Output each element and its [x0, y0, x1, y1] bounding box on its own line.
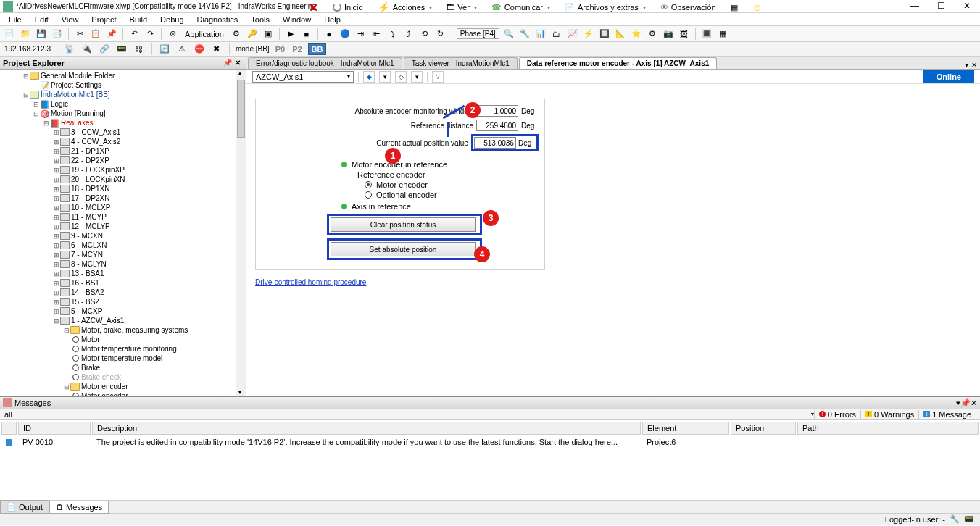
col-icon[interactable]	[1, 422, 17, 435]
tb-login-icon[interactable]: 🔑	[246, 28, 259, 41]
tb-step5-icon[interactable]: ⟲	[418, 28, 431, 41]
tree-axis-item[interactable]: 3 - CCW_Axis1	[71, 128, 120, 136]
phase-bb[interactable]: BB	[308, 43, 327, 55]
tree-axis-item[interactable]: 13 - BSA1	[71, 270, 104, 277]
tree-axis-item[interactable]: 19 - LOCKpinXP	[71, 166, 125, 174]
tb-undo-icon[interactable]: ↶	[128, 28, 141, 41]
tab-close-icon[interactable]: ✕	[971, 61, 977, 69]
minimize-button[interactable]: —	[902, 0, 928, 12]
tb-build-icon[interactable]: ⚙	[230, 28, 243, 41]
tab-output[interactable]: 📄Output	[0, 500, 49, 514]
phase-indicator[interactable]: Phase [P4]	[457, 28, 499, 39]
tb-g6-icon[interactable]: ⚡	[582, 28, 595, 41]
tab-error-log[interactable]: Error/diagnostic logbook - IndraMotionMl…	[248, 57, 402, 69]
tab-dropdown-icon[interactable]: ▾	[965, 61, 968, 69]
ip-err-icon[interactable]: ⛔	[193, 43, 206, 56]
tb-cut-icon[interactable]: ✂	[73, 28, 86, 41]
tree-axis-item[interactable]: 17 - DP2XN	[71, 194, 109, 202]
tree-axis-item[interactable]: 16 - BS1	[71, 279, 99, 287]
comunicar-button[interactable]: ☎Comunicar▾	[487, 1, 555, 14]
tb-g3-icon[interactable]: 📊	[534, 28, 547, 41]
tb-stop-icon[interactable]: ■	[300, 28, 313, 41]
close-button[interactable]: ✕	[954, 0, 980, 12]
filter-all[interactable]: all	[4, 410, 12, 419]
tb-g11-icon[interactable]: 📷	[662, 28, 675, 41]
tab-data-reference[interactable]: Data reference motor encoder - Axis [1] …	[519, 57, 718, 69]
tb-step6-icon[interactable]: ↻	[434, 28, 447, 41]
col-element[interactable]: Element	[642, 422, 729, 435]
tb-g14-icon[interactable]: ▦	[716, 28, 729, 41]
tb-dl-icon[interactable]: ▣	[262, 28, 275, 41]
tb-target-icon[interactable]: ⊚	[166, 28, 179, 41]
menu-build[interactable]: Build	[124, 14, 153, 25]
tab-messages[interactable]: 🗒Messages	[49, 501, 109, 514]
status-icon-1[interactable]: 🔧	[950, 514, 960, 524]
menu-diagnostics[interactable]: Diagnostics	[191, 14, 244, 25]
close-overlay-button[interactable]: ✕	[304, 0, 323, 16]
menu-tools[interactable]: Tools	[245, 14, 275, 25]
set-absolute-button[interactable]: Set absolute position	[331, 242, 476, 256]
tb-g10-icon[interactable]: ⚙	[646, 28, 659, 41]
message-row[interactable]: i PV-0010 The project is edited in compa…	[1, 436, 979, 448]
tree-axis-item[interactable]: 14 - BSA2	[71, 288, 104, 296]
project-tree[interactable]: ⊟General Module Folder 📝Project Settings…	[0, 70, 236, 396]
tb-g13-icon[interactable]: 🔳	[700, 28, 713, 41]
tree-axis-item[interactable]: 6 - MCLXN	[71, 241, 107, 249]
tb-step4-icon[interactable]: ⤴	[402, 28, 415, 41]
tree-axis-item[interactable]: 20 - LOCKpinXN	[71, 175, 125, 183]
tb-step3-icon[interactable]: ⤵	[386, 28, 399, 41]
inicio-button[interactable]: Inicio	[328, 1, 368, 13]
phase-p2[interactable]: P2	[291, 45, 303, 54]
nav-back-button[interactable]: ◆	[363, 71, 375, 83]
current-pos-input[interactable]	[474, 137, 516, 149]
tree-axis-item[interactable]: 22 - DP2XP	[71, 156, 109, 164]
messages-close-icon[interactable]: ✕	[971, 398, 977, 408]
tb-g9-icon[interactable]: ⭐	[630, 28, 643, 41]
tb-save-icon[interactable]: 💾	[35, 28, 48, 41]
smile-button[interactable]: ☺	[748, 0, 767, 14]
phase-p0[interactable]: P0	[274, 45, 286, 54]
tb-saveaall-icon[interactable]: 📑	[51, 28, 64, 41]
acciones-button[interactable]: ⚡Acciones▾	[373, 0, 437, 14]
tree-axis-item[interactable]: 10 - MCLXP	[71, 204, 110, 212]
radio-optional-encoder[interactable]	[365, 191, 372, 199]
utility-button[interactable]: ▦	[726, 1, 742, 14]
maximize-button[interactable]: ☐	[928, 0, 954, 12]
col-id[interactable]: ID	[18, 422, 91, 435]
tb-paste-icon[interactable]: 📌	[105, 28, 118, 41]
tb-step1-icon[interactable]: ⇥	[354, 28, 368, 41]
menu-project[interactable]: Project	[86, 14, 122, 25]
radio-motor-encoder[interactable]	[365, 181, 372, 188]
tree-axis-item[interactable]: 5 - MCXP	[71, 307, 102, 315]
tb-g4-icon[interactable]: 🗂	[550, 28, 563, 41]
archivos-button[interactable]: 📄Archivos y extras▾	[560, 1, 650, 14]
tree-axis-item[interactable]: 12 - MCLYP	[71, 222, 110, 230]
tb-redo-icon[interactable]: ↷	[144, 28, 157, 41]
tree-axis-item[interactable]: 11 - MCYP	[71, 213, 107, 221]
menu-debug[interactable]: Debug	[154, 14, 189, 25]
tb-g2-icon[interactable]: 🔧	[518, 28, 531, 41]
tb-g8-icon[interactable]: 📐	[614, 28, 627, 41]
tb-g7-icon[interactable]: 🔲	[598, 28, 611, 41]
tb-open-icon[interactable]: 📁	[19, 28, 32, 41]
status-icon-2[interactable]: 📟	[964, 514, 974, 524]
tree-axis-item[interactable]: 18 - DP1XN	[71, 185, 109, 193]
tb-g12-icon[interactable]: 🖼	[678, 28, 691, 41]
menu-file[interactable]: File	[3, 14, 28, 25]
tb-play-icon[interactable]: ▶	[284, 28, 297, 41]
tb-step2-icon[interactable]: ⇤	[370, 28, 383, 41]
col-position[interactable]: Position	[731, 422, 796, 435]
tree-axis-item[interactable]: 4 - CCW_Axis2	[71, 138, 120, 146]
tree-axis-item[interactable]: 7 - MCYN	[71, 251, 103, 259]
tree-axis-item[interactable]: 1 - AZCW_Axis1	[71, 317, 124, 325]
ip-b3-icon[interactable]: 🔗	[98, 43, 111, 56]
ref-distance-input[interactable]	[476, 120, 518, 131]
col-path[interactable]: Path	[797, 422, 979, 435]
nav-back-more[interactable]: ▾	[379, 71, 391, 83]
col-desc[interactable]: Description	[92, 422, 641, 435]
tree-axis-item[interactable]: 15 - BS2	[71, 298, 99, 306]
tb-copy-icon[interactable]: 📋	[89, 28, 102, 41]
ip-clear-icon[interactable]: ✖	[210, 43, 223, 56]
clear-position-button[interactable]: Clear position status	[331, 217, 476, 232]
ip-b5-icon[interactable]: ⛓	[133, 43, 146, 56]
